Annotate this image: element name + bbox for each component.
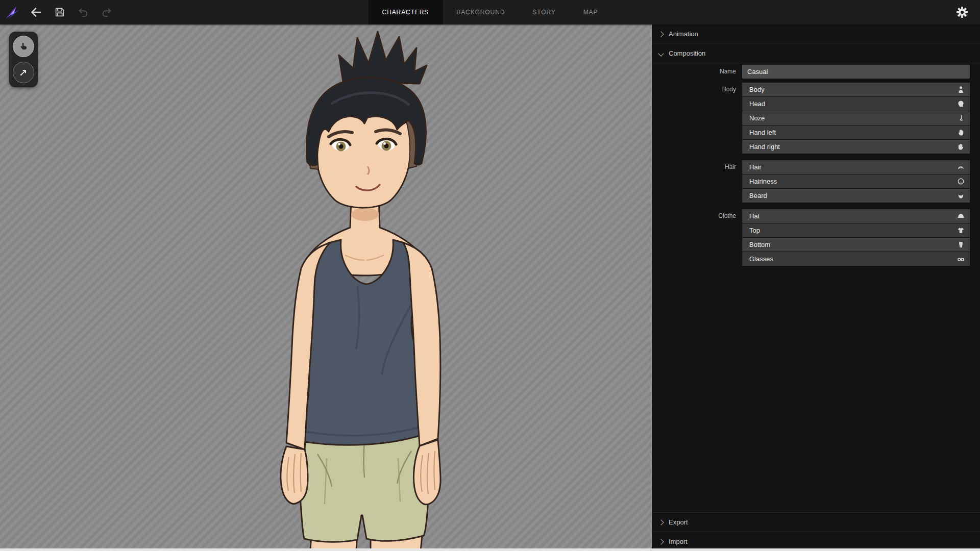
save-icon[interactable] bbox=[48, 0, 71, 24]
row-top[interactable]: Top bbox=[742, 223, 970, 237]
section-composition[interactable]: Composition bbox=[652, 44, 980, 63]
group-label-clothe: Clothe bbox=[652, 209, 742, 266]
shirt-icon bbox=[957, 227, 965, 234]
row-hat[interactable]: Hat bbox=[742, 209, 970, 223]
row-hairiness[interactable]: Hairiness bbox=[742, 174, 970, 188]
row-beard[interactable]: Beard bbox=[742, 189, 970, 203]
composition-content: Name Body Body Head Noze bbox=[652, 63, 980, 272]
group-label-body: Body bbox=[652, 83, 742, 154]
row-hand-right[interactable]: Hand right bbox=[742, 140, 970, 154]
hand-icon[interactable] bbox=[13, 36, 34, 57]
tab-story[interactable]: STORY bbox=[519, 0, 569, 24]
person-icon bbox=[957, 86, 965, 93]
row-label: Noze bbox=[749, 114, 957, 122]
topbar: CHARACTERS BACKGROUND STORY MAP bbox=[0, 0, 980, 24]
row-body[interactable]: Body bbox=[742, 83, 970, 96]
glasses-icon bbox=[957, 255, 965, 263]
character-illustration bbox=[0, 24, 652, 551]
hair-icon bbox=[957, 163, 965, 171]
composition-name-input[interactable] bbox=[742, 65, 970, 79]
main-tabs: CHARACTERS BACKGROUND STORY MAP bbox=[369, 0, 612, 24]
redo-icon[interactable] bbox=[95, 0, 118, 24]
chevron-right-icon bbox=[658, 31, 664, 37]
row-label: Top bbox=[749, 227, 957, 234]
canvas[interactable] bbox=[0, 24, 652, 551]
tab-characters[interactable]: CHARACTERS bbox=[369, 0, 443, 24]
chevron-right-icon bbox=[658, 539, 664, 544]
row-label: Head bbox=[749, 100, 957, 108]
row-hand-left[interactable]: Hand left bbox=[742, 126, 970, 139]
row-bottom[interactable]: Bottom bbox=[742, 238, 970, 252]
section-label: Import bbox=[669, 538, 688, 545]
chevron-right-icon bbox=[658, 519, 664, 525]
section-animation[interactable]: Animation bbox=[652, 24, 980, 44]
gear-icon[interactable] bbox=[950, 0, 974, 24]
hat-icon bbox=[957, 212, 965, 220]
tab-background[interactable]: BACKGROUND bbox=[443, 0, 519, 24]
section-label: Animation bbox=[669, 30, 698, 38]
section-label: Composition bbox=[669, 49, 705, 57]
section-export[interactable]: Export bbox=[652, 512, 980, 532]
back-arrow-icon[interactable] bbox=[24, 0, 48, 24]
row-label: Hand left bbox=[749, 129, 957, 136]
row-label: Hand right bbox=[749, 143, 957, 151]
tab-map[interactable]: MAP bbox=[570, 0, 612, 24]
row-label: Body bbox=[749, 86, 957, 93]
hand-left-icon bbox=[957, 129, 965, 136]
horizontal-scrollbar[interactable] bbox=[0, 548, 980, 551]
row-glasses[interactable]: Glasses bbox=[742, 252, 970, 266]
row-label: Hairiness bbox=[749, 178, 957, 185]
hand-right-icon bbox=[957, 143, 965, 151]
row-label: Beard bbox=[749, 192, 957, 199]
group-label-hair: Hair bbox=[652, 160, 742, 203]
undo-icon[interactable] bbox=[71, 0, 95, 24]
beard-icon bbox=[957, 192, 965, 199]
name-label: Name bbox=[652, 65, 742, 79]
panel-spacer bbox=[652, 272, 980, 512]
right-panel: Animation Composition Name Body Body Hea… bbox=[652, 24, 980, 551]
stubble-icon bbox=[957, 178, 965, 185]
canvas-toolbar bbox=[9, 32, 38, 87]
row-hair[interactable]: Hair bbox=[742, 160, 970, 174]
row-noze[interactable]: Noze bbox=[742, 111, 970, 125]
row-label: Hair bbox=[749, 163, 957, 171]
row-head[interactable]: Head bbox=[742, 97, 970, 111]
row-label: Glasses bbox=[749, 255, 957, 263]
row-label: Bottom bbox=[749, 241, 957, 248]
head-icon bbox=[957, 100, 965, 108]
app-logo-icon[interactable] bbox=[0, 0, 24, 24]
section-label: Export bbox=[669, 518, 688, 526]
nose-icon bbox=[957, 114, 965, 122]
chevron-down-icon bbox=[658, 51, 664, 56]
pants-icon bbox=[957, 241, 965, 248]
arrow-tool-icon[interactable] bbox=[13, 62, 34, 83]
row-label: Hat bbox=[749, 212, 957, 220]
